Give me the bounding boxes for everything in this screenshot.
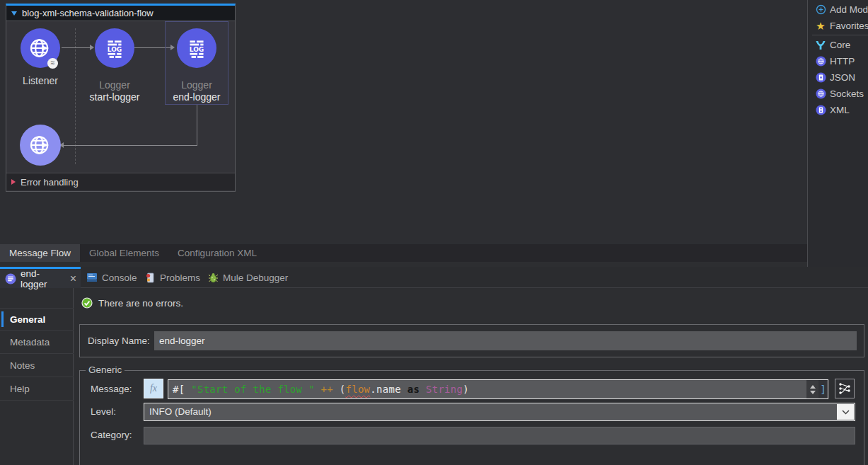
- sidebar-item-help[interactable]: Help: [0, 378, 74, 401]
- flow-widget[interactable]: blog-xml-schema-validation-flow: [6, 4, 236, 192]
- palette-item-label: JSON: [830, 72, 855, 83]
- palette-item-json[interactable]: JSON: [815, 69, 868, 86]
- code-segment: (: [333, 384, 345, 395]
- palette-item-favorites[interactable]: ★ Favorites: [815, 18, 868, 34]
- mule-core-icon: [815, 40, 826, 51]
- palette-item-http[interactable]: HTTP: [815, 53, 868, 69]
- palette-item-xml[interactable]: XML: [815, 102, 868, 118]
- globe-module-icon: [815, 56, 826, 67]
- palette-item-sockets[interactable]: Sockets: [815, 86, 868, 102]
- fx-icon: fx: [150, 383, 157, 394]
- anypoint-studio-window: blog-xml-schema-validation-flow: [0, 0, 868, 465]
- tab-label: Mule Debugger: [223, 272, 288, 283]
- error-handling-label: Error handling: [21, 177, 79, 188]
- node-name-label: end-logger: [165, 91, 228, 103]
- svg-text:LOG: LOG: [108, 46, 122, 53]
- expression-spinner[interactable]: [806, 380, 818, 398]
- logger-icon: [5, 273, 16, 285]
- code-segment: "Start of the flow ": [191, 384, 315, 395]
- sidebar-item-metadata[interactable]: Metadata: [0, 331, 74, 354]
- sidebar-item-label: General: [10, 314, 45, 325]
- connector-arrow-icon: [90, 45, 94, 50]
- close-icon[interactable]: ×: [70, 274, 76, 284]
- active-accent-bar: [1, 311, 4, 327]
- palette-item-label: Favorites: [830, 21, 868, 31]
- palette-separator: [812, 35, 868, 35]
- code-segment: as: [407, 384, 419, 395]
- code-segment: .name: [370, 384, 407, 395]
- sidebar-item-label: Help: [10, 384, 30, 394]
- tab-label: Console: [102, 272, 137, 283]
- properties-content: There are no errors. Display Name: Gener…: [74, 288, 868, 465]
- chevron-down-icon: [842, 410, 850, 415]
- dataweave-graph-icon: [838, 381, 852, 396]
- tab-problems[interactable]: Problems: [144, 267, 200, 288]
- properties-body: General Metadata Notes Help: [0, 288, 868, 465]
- add-circle-icon: [815, 4, 826, 16]
- listener-node-circle[interactable]: [20, 125, 61, 166]
- dataweave-editor-button[interactable]: [835, 379, 855, 398]
- properties-tabbar: end-logger × Console: [0, 267, 868, 288]
- logger-node-circle[interactable]: LOG: [95, 28, 134, 68]
- palette-item-label: XML: [830, 105, 850, 115]
- globe-arrow-icon: [28, 133, 52, 157]
- spinner-down-icon[interactable]: [810, 391, 816, 394]
- sidebar-item-general[interactable]: General: [0, 308, 74, 331]
- code-segment: [315, 384, 321, 395]
- sidebar-item-label: Notes: [10, 360, 35, 371]
- expression-close-bracket: ]: [818, 380, 828, 398]
- generic-group-label: Generic: [86, 364, 125, 375]
- palette-item-add-modules[interactable]: Add Modules: [815, 1, 868, 18]
- node-label: Listener: [8, 75, 72, 86]
- expand-triangle-icon[interactable]: [11, 179, 16, 185]
- palette-item-core[interactable]: Core: [815, 37, 868, 53]
- display-name-input[interactable]: [154, 331, 857, 350]
- flow-title: blog-xml-schema-validation-flow: [22, 8, 154, 18]
- tab-label: Message Flow: [9, 248, 71, 258]
- connector-line: [62, 47, 90, 48]
- generic-group: Generic Message: fx #[ "Start of the flo…: [79, 370, 864, 465]
- connector-line: [197, 105, 197, 145]
- tab-console[interactable]: Console: [86, 267, 137, 288]
- globe-arrow-icon: [28, 36, 52, 60]
- palette-item-label: Add Modules: [830, 4, 868, 15]
- logger-node-circle[interactable]: LOG: [177, 28, 216, 68]
- properties-view: end-logger × Console: [0, 267, 868, 465]
- sidebar-item-notes[interactable]: Notes: [0, 355, 74, 377]
- tab-label: Configuration XML: [178, 248, 257, 258]
- node-name-label: start-logger: [83, 91, 146, 103]
- level-label: Level:: [91, 406, 116, 417]
- flow-canvas[interactable]: blog-xml-schema-validation-flow: [0, 0, 807, 244]
- tab-end-logger[interactable]: end-logger ×: [0, 267, 81, 288]
- collapse-triangle-icon[interactable]: [11, 11, 17, 16]
- log-icon: LOG: [184, 35, 209, 61]
- category-input[interactable]: [144, 427, 855, 444]
- editor-tabbar: Message Flow Global Elements Configurati…: [0, 244, 807, 262]
- properties-sidebar: General Metadata Notes Help: [0, 288, 74, 465]
- document-module-icon: [815, 72, 826, 84]
- flow-titlebar[interactable]: blog-xml-schema-validation-flow: [6, 6, 235, 21]
- message-expression-field[interactable]: #[ "Start of the flow " ++ (flow.name as…: [168, 379, 828, 399]
- tab-configuration-xml[interactable]: Configuration XML: [168, 244, 266, 262]
- error-handling-section[interactable]: Error handling: [6, 173, 235, 190]
- console-icon: [86, 272, 98, 283]
- log-icon: LOG: [102, 35, 127, 61]
- code-segment: #[: [173, 384, 191, 395]
- dropdown-button[interactable]: [837, 404, 854, 420]
- code-segment: String: [426, 384, 463, 395]
- globe-module-icon: [815, 88, 826, 100]
- flow-body[interactable]: ≈ Listener LOG: [6, 21, 235, 173]
- tab-label: Problems: [160, 272, 200, 283]
- tab-message-flow[interactable]: Message Flow: [0, 244, 80, 262]
- code-segment: [419, 384, 426, 395]
- module-palette: Add Modules ★ Favorites Core: [807, 0, 868, 267]
- tab-mule-debugger[interactable]: Mule Debugger: [207, 267, 288, 288]
- expression-code[interactable]: #[ "Start of the flow " ++ (flow.name as…: [168, 380, 806, 398]
- level-dropdown[interactable]: INFO (Default): [144, 403, 855, 421]
- display-name-group: Display Name:: [79, 324, 864, 357]
- spinner-up-icon[interactable]: [810, 385, 816, 389]
- expression-fx-button[interactable]: fx: [144, 379, 163, 398]
- bug-icon: [207, 272, 219, 283]
- tab-global-elements[interactable]: Global Elements: [80, 244, 168, 262]
- node-type-label: Logger: [165, 79, 228, 91]
